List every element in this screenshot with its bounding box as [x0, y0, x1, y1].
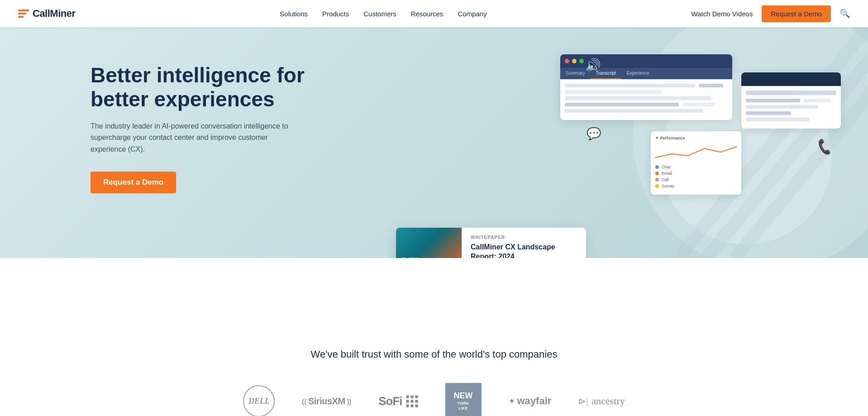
logo-text: CallMiner	[33, 8, 76, 19]
tab-experience[interactable]: Experience	[621, 68, 655, 79]
perf-card-title: ✦ Performance	[655, 136, 737, 140]
logo-sofi[interactable]: SoFi	[378, 394, 418, 408]
hero-cta-button[interactable]: Request a Demo	[91, 172, 176, 193]
ui-mockup-side	[741, 72, 841, 129]
content-card-area: CallMinerCX LandscapeReport: 2024 WHITEP…	[396, 228, 586, 258]
logo-icon	[18, 10, 29, 18]
card-title: CallMiner CX Landscape Report: 2024	[471, 243, 577, 258]
logo-wayfair[interactable]: ✦ wayfair	[509, 395, 552, 407]
trusted-section: We've built trust with some of the world…	[0, 321, 868, 416]
ancestry-logo-display: ⊳| ancestry	[578, 395, 625, 407]
watch-demo-link[interactable]: Watch Demo Videos	[692, 10, 753, 18]
nav-company[interactable]: Company	[458, 10, 487, 18]
navigation: CallMiner Solutions Products Customers R…	[0, 0, 868, 27]
hero-section: Better intelligence for better experienc…	[0, 27, 868, 258]
channel-survey: Survey	[655, 184, 737, 188]
logos-row: DELL (( SiriusXM )) SoFi	[18, 383, 850, 416]
nav-solutions[interactable]: Solutions	[280, 10, 308, 18]
hero-title: Better intelligence for better experienc…	[91, 63, 317, 111]
card-img-brand: CallMinerCX LandscapeReport: 2024	[401, 256, 456, 258]
logo-ancestry[interactable]: ⊳| ancestry	[578, 395, 625, 407]
nyl-logo-display: NEW YORK LIFE	[445, 383, 482, 416]
sound-icon: 🔊	[585, 58, 601, 73]
chat-icon: 💬	[587, 127, 601, 141]
nav-customers[interactable]: Customers	[363, 10, 396, 18]
logo-new-york-life[interactable]: NEW YORK LIFE	[445, 383, 482, 416]
channel-email: Email	[655, 171, 737, 176]
logo[interactable]: CallMiner	[18, 8, 76, 19]
trusted-title: We've built trust with some of the world…	[18, 349, 850, 360]
logo-siriusxm[interactable]: (( SiriusXM ))	[302, 396, 351, 406]
nav-resources[interactable]: Resources	[411, 10, 444, 18]
perf-chart	[655, 143, 737, 161]
nav-products[interactable]: Products	[322, 10, 349, 18]
content-card-body: WHITEPAPER CallMiner CX Landscape Report…	[462, 228, 586, 258]
nav-links: Solutions Products Customers Resources C…	[280, 10, 486, 18]
ui-mockup-performance: ✦ Performance Chat Email Call Survey	[651, 131, 741, 195]
wayfair-logo-display: ✦ wayfair	[509, 395, 552, 407]
content-card[interactable]: CallMinerCX LandscapeReport: 2024 WHITEP…	[396, 228, 586, 258]
hero-content: Better intelligence for better experienc…	[91, 63, 317, 193]
channel-call: Call	[655, 177, 737, 182]
siriusxm-logo-display: (( SiriusXM ))	[302, 396, 351, 406]
channel-chat: Chat	[655, 165, 737, 169]
search-icon[interactable]: 🔍	[840, 9, 850, 19]
card-label: WHITEPAPER	[471, 235, 577, 240]
nav-right: Watch Demo Videos Request a Demo 🔍	[692, 5, 850, 22]
dell-logo-display: DELL	[243, 385, 275, 416]
sofi-logo-display: SoFi	[378, 394, 418, 408]
logo-dell[interactable]: DELL	[243, 385, 275, 416]
request-demo-button[interactable]: Request a Demo	[762, 5, 831, 22]
content-card-image: CallMinerCX LandscapeReport: 2024	[396, 228, 462, 258]
hero-subtitle: The industry leader in AI-powered conver…	[91, 120, 290, 155]
